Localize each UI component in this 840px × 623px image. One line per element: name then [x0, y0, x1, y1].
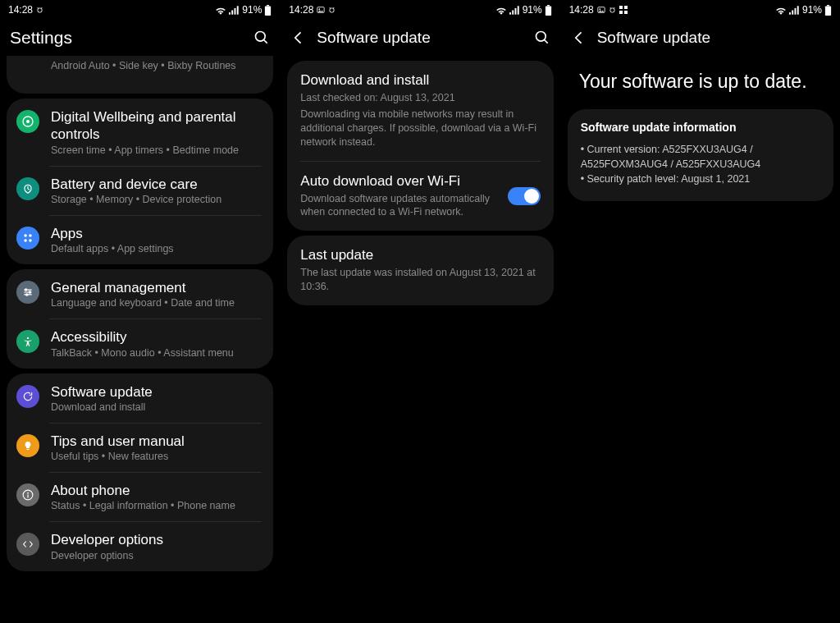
svg-point-14 — [29, 234, 32, 237]
item-title: Apps — [51, 225, 262, 242]
item-title: Software update — [51, 383, 262, 401]
signal-icon — [229, 6, 240, 15]
alarm-icon — [36, 7, 43, 14]
item-title: Tips and user manual — [51, 433, 262, 450]
last-update[interactable]: Last update The last update was installe… — [287, 236, 553, 305]
svg-line-7 — [264, 40, 267, 44]
update-info-card: Software update information Current vers… — [568, 109, 833, 201]
item-sub: The last update was installed on August … — [300, 266, 540, 294]
status-time: 14:28 — [8, 4, 33, 16]
item-sub: Screen time • App timers • Bedtime mode — [51, 144, 262, 156]
item-sub: Default apps • App settings — [51, 243, 262, 254]
svg-rect-1 — [232, 10, 234, 14]
settings-item[interactable]: Digital Wellbeing and parental controlsS… — [7, 98, 273, 166]
status-time: 14:28 — [569, 4, 594, 16]
image-icon — [317, 6, 325, 14]
item-sub: Status • Legal information • Phone name — [51, 500, 262, 511]
settings-item[interactable]: AppsDefault apps • App settings — [7, 215, 273, 264]
item-sub: Language and keyboard • Date and time — [51, 297, 262, 309]
item-sub: Android Auto • Side key • Bixby Routines — [51, 60, 262, 71]
settings-item[interactable]: Android Auto • Side key • Bixby Routines — [7, 56, 273, 94]
settings-item[interactable]: AccessibilityTalkBack • Mono audio • Ass… — [7, 318, 273, 368]
svg-point-12 — [26, 120, 30, 123]
download-and-install[interactable]: Download and install Last checked on: Au… — [287, 61, 553, 161]
item-title: Auto download over Wi-Fi — [300, 173, 500, 190]
svg-rect-33 — [547, 5, 550, 6]
back-icon[interactable] — [571, 30, 587, 46]
svg-rect-26 — [27, 494, 28, 497]
apps-icon — [16, 227, 39, 250]
settings-item[interactable]: About phoneStatus • Legal information • … — [7, 472, 273, 521]
accessibility-icon — [16, 330, 39, 353]
svg-point-38 — [599, 8, 600, 10]
settings-item[interactable]: Battery and device careStorage • Memory … — [7, 166, 273, 215]
statusbar: 14:28 91% — [561, 0, 840, 20]
auto-download-wifi[interactable]: Auto download over Wi-Fi Download softwa… — [287, 162, 553, 231]
svg-rect-40 — [624, 6, 628, 9]
settings-item[interactable]: Developer optionsDeveloper options — [7, 521, 273, 570]
item-sub: Last checked on: August 13, 2021 — [300, 91, 540, 105]
item-title: Developer options — [51, 531, 262, 548]
back-icon[interactable] — [290, 30, 307, 46]
statusbar: 14:28 91% — [281, 0, 559, 20]
wellbeing-icon — [16, 110, 39, 133]
alarm-icon — [609, 7, 616, 14]
page-title: Software update — [317, 29, 523, 47]
item-title: Battery and device care — [51, 176, 262, 193]
settings-group: Digital Wellbeing and parental controlsS… — [7, 98, 273, 264]
signal-icon — [509, 6, 520, 15]
svg-rect-42 — [624, 11, 628, 14]
statusbar: 14:28 91% — [0, 0, 280, 20]
svg-rect-4 — [267, 5, 269, 6]
settings-item[interactable]: Software updateDownload and install — [7, 373, 273, 423]
page-title: Software update — [597, 29, 830, 47]
item-sub: Downloading via mobile networks may resu… — [300, 108, 540, 149]
tips-icon — [16, 434, 39, 457]
item-sub: Download software updates automatically … — [300, 192, 500, 220]
alarm-icon — [328, 7, 336, 14]
svg-point-6 — [256, 32, 266, 42]
dev-icon — [16, 533, 39, 556]
battery-icon — [824, 5, 832, 16]
info-line: Security patch level: August 1, 2021 — [581, 172, 820, 186]
item-title: Digital Wellbeing and parental controls — [51, 108, 262, 144]
svg-point-16 — [29, 239, 32, 242]
battery-icon — [545, 5, 552, 16]
svg-point-21 — [29, 291, 30, 293]
item-title: About phone — [51, 482, 262, 499]
panel-settings: 14:28 91% Settings Android Auto • Side k… — [0, 0, 280, 623]
svg-rect-32 — [517, 6, 518, 14]
svg-point-20 — [25, 289, 27, 291]
software-update-header: Software update — [561, 20, 840, 56]
general-icon — [16, 281, 39, 304]
panel-software-update-status: 14:28 91% Sof — [560, 0, 840, 623]
search-icon[interactable] — [534, 30, 550, 46]
update-status-hero: Your software is up to date. — [561, 56, 840, 109]
auto-download-toggle[interactable] — [508, 187, 541, 205]
wifi-icon — [775, 6, 787, 15]
svg-rect-46 — [797, 6, 799, 14]
item-title: Download and install — [300, 72, 540, 89]
svg-rect-2 — [235, 7, 236, 14]
search-icon[interactable] — [253, 30, 270, 46]
item-sub: Developer options — [51, 550, 262, 561]
svg-rect-3 — [237, 6, 239, 14]
svg-rect-43 — [789, 12, 791, 15]
settings-item[interactable]: General managementLanguage and keyboard … — [7, 269, 273, 318]
update-icon — [16, 385, 39, 408]
svg-rect-0 — [229, 12, 231, 15]
item-title: Accessibility — [51, 328, 262, 346]
page-title: Settings — [10, 28, 244, 48]
settings-header: Settings — [0, 20, 280, 56]
svg-point-25 — [27, 492, 29, 494]
svg-rect-30 — [512, 10, 514, 14]
battery-icon — [16, 177, 39, 200]
status-battery-text: 91% — [242, 4, 262, 16]
svg-rect-45 — [794, 7, 796, 14]
svg-rect-39 — [619, 6, 623, 9]
svg-rect-48 — [825, 6, 831, 16]
svg-rect-41 — [619, 11, 623, 14]
item-sub: Download and install — [51, 401, 262, 413]
svg-point-15 — [24, 239, 26, 242]
settings-item[interactable]: Tips and user manualUseful tips • New fe… — [7, 423, 273, 472]
